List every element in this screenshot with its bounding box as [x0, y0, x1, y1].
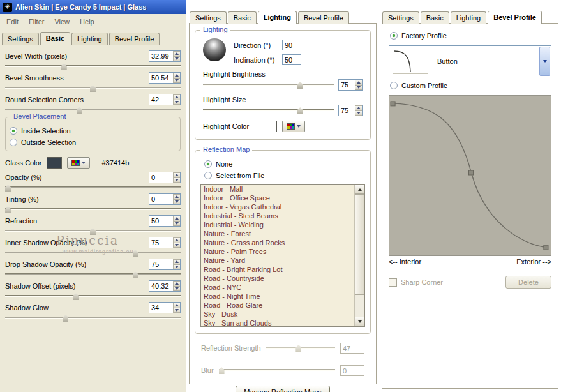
value-input[interactable]: 0 — [149, 193, 181, 205]
spin-up-button[interactable] — [173, 281, 180, 287]
menu-edit[interactable]: Edit — [1, 16, 24, 27]
spin-up-button[interactable] — [173, 194, 180, 200]
list-scrollbar[interactable] — [354, 185, 364, 326]
list-item[interactable]: Nature - Yard — [201, 256, 354, 265]
tab-basic[interactable]: Basic — [40, 32, 70, 45]
list-item[interactable]: Road - Road Glare — [201, 301, 354, 310]
spin-down-button[interactable] — [173, 200, 180, 205]
list-item[interactable]: Road - Night Time — [201, 292, 354, 301]
inclination-input[interactable]: 50 — [282, 54, 301, 65]
list-item[interactable]: Road - Bright Parking Lot — [201, 265, 354, 274]
slider-thumb[interactable] — [133, 250, 138, 257]
tab-lighting[interactable]: Lighting — [71, 33, 108, 45]
highlight-color-palette-button[interactable] — [282, 121, 305, 132]
slider-track[interactable] — [5, 292, 181, 300]
tab-settings[interactable]: Settings — [2, 33, 39, 45]
combo-arrow-button[interactable] — [539, 47, 550, 76]
value-input[interactable]: 40.32 — [149, 280, 181, 292]
radio-inside-selection[interactable]: Inside Selection — [6, 125, 180, 137]
value-input[interactable]: 75 — [149, 237, 181, 248]
tab-bevel-profile[interactable]: Bevel Profile — [109, 33, 160, 45]
tab-settings[interactable]: Settings — [190, 11, 227, 24]
slider-thumb[interactable] — [297, 107, 303, 114]
tab-settings[interactable]: Settings — [382, 11, 419, 24]
delete-profile-button[interactable]: Delete — [505, 276, 551, 289]
light-direction-ball[interactable] — [203, 38, 226, 61]
list-item[interactable]: Indoor - Office Space — [201, 193, 354, 202]
list-item[interactable]: Nature - Palm Trees — [201, 247, 354, 256]
spin-up-button[interactable] — [173, 172, 180, 178]
tab-basic[interactable]: Basic — [421, 11, 449, 24]
tab-basic[interactable]: Basic — [228, 11, 257, 24]
value-input[interactable]: 50.54 — [149, 72, 181, 84]
radio-icon[interactable] — [390, 32, 398, 40]
slider-thumb[interactable] — [5, 185, 11, 192]
tab-lighting[interactable]: Lighting — [258, 11, 297, 24]
bevel-profile-curve-editor[interactable] — [389, 95, 551, 256]
value-input[interactable]: 32.99 — [149, 50, 181, 62]
spinner-buttons[interactable] — [173, 194, 180, 204]
value-input[interactable]: 0 — [149, 172, 181, 183]
spin-down-button[interactable] — [173, 79, 180, 84]
spin-down-button[interactable] — [173, 222, 180, 227]
reflection-map-listbox[interactable]: Indoor - MallIndoor - Office SpaceIndoor… — [200, 184, 365, 327]
spin-down-button[interactable] — [173, 178, 180, 183]
spin-down-button[interactable] — [173, 57, 180, 62]
list-item[interactable]: Indoor - Vegas Cathedral — [201, 202, 354, 211]
spin-down-button[interactable] — [173, 100, 180, 105]
slider-thumb[interactable] — [77, 107, 82, 114]
slider-track[interactable] — [5, 63, 181, 70]
radio-icon[interactable] — [204, 160, 212, 168]
spinner-buttons[interactable] — [173, 51, 180, 61]
sharp-corner-checkbox[interactable] — [389, 278, 397, 287]
spin-up-button[interactable] — [355, 105, 362, 111]
radio-icon[interactable] — [10, 127, 17, 135]
menu-view[interactable]: View — [49, 16, 75, 27]
spinner-buttons[interactable] — [173, 303, 180, 313]
slider-thumb[interactable] — [295, 345, 301, 352]
spin-down-button[interactable] — [355, 111, 362, 116]
glass-color-palette-button[interactable] — [67, 157, 90, 169]
slider-track[interactable] — [203, 107, 334, 114]
slider-track[interactable] — [5, 271, 181, 278]
spinner-buttons[interactable] — [173, 237, 180, 248]
spin-up-button[interactable] — [173, 51, 180, 57]
slider-thumb[interactable] — [219, 367, 225, 374]
slider-thumb[interactable] — [73, 293, 79, 300]
sharp-corner-option[interactable]: Sharp Corner — [389, 278, 443, 287]
menu-filter[interactable]: Filter — [24, 16, 49, 27]
radio-none[interactable]: None — [200, 158, 365, 170]
slider-track[interactable] — [5, 206, 181, 213]
radio-select-from-file[interactable]: Select from File — [200, 170, 365, 181]
manage-reflection-maps-button[interactable]: Manage Reflection Maps — [236, 386, 330, 392]
spinner-buttons[interactable] — [173, 94, 180, 105]
spin-down-button[interactable] — [355, 86, 362, 91]
spin-up-button[interactable] — [173, 94, 180, 100]
spin-down-button[interactable] — [173, 287, 180, 292]
scroll-up-button[interactable] — [355, 185, 364, 194]
list-item[interactable]: Industrial - Steel Beams — [201, 211, 354, 220]
spinner-buttons[interactable] — [355, 105, 362, 116]
list-item[interactable]: Road - NYC — [201, 283, 354, 292]
slider-thumb[interactable] — [90, 85, 96, 92]
value-input[interactable]: 75 — [338, 79, 363, 91]
spinner-buttons[interactable] — [173, 281, 180, 291]
radio-outside-selection[interactable]: Outside Selection — [6, 137, 180, 148]
direction-input[interactable]: 90 — [282, 40, 301, 50]
slider-track[interactable] — [5, 84, 181, 92]
spin-up-button[interactable] — [355, 80, 362, 86]
factory-profile-dropdown[interactable]: Button — [389, 45, 551, 77]
slider-thumb[interactable] — [297, 82, 303, 89]
value-input[interactable]: 34 — [149, 302, 181, 313]
slider-track[interactable] — [219, 366, 335, 374]
list-item[interactable]: Indoor - Mall — [201, 185, 354, 193]
glass-color-swatch[interactable] — [47, 157, 62, 169]
slider-thumb[interactable] — [133, 271, 138, 278]
list-item[interactable]: Road - Countryside — [201, 274, 354, 283]
slider-track[interactable] — [266, 344, 335, 352]
spinner-buttons[interactable] — [173, 73, 180, 83]
list-item[interactable]: Industrial - Welding — [201, 220, 354, 229]
list-item[interactable]: Sky - Sun and Clouds — [201, 319, 354, 326]
slider-track[interactable] — [5, 314, 181, 322]
spin-up-button[interactable] — [173, 237, 180, 243]
